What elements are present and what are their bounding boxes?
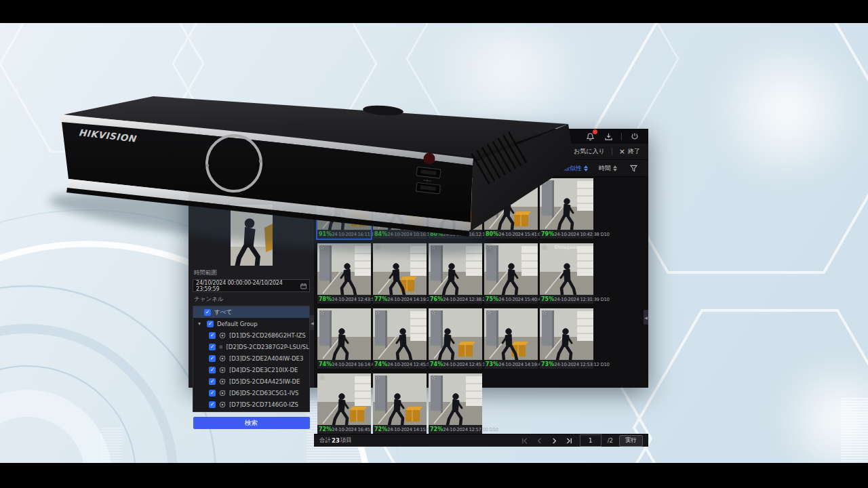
previous-page-button[interactable] <box>535 436 544 445</box>
checkbox-checked[interactable]: ✓ <box>209 401 216 408</box>
sort-by-similarity[interactable]: 類似性 <box>564 164 588 173</box>
result-thumbnail[interactable]: ☆ 74% 24-10-2024 12:45:13 D10 <box>429 308 482 369</box>
checkbox-checked[interactable]: ✓ <box>209 355 216 362</box>
first-page-button[interactable] <box>520 436 529 445</box>
favorite-star-icon[interactable]: ☆ <box>319 374 325 381</box>
alarm-notification-icon[interactable] <box>585 131 595 142</box>
favorite-star-icon[interactable]: ☆ <box>431 374 436 381</box>
favorite-button[interactable]: ☆ お気に入り <box>564 147 605 156</box>
thumbnail-caption: 74% 24-10-2024 12:45:59 D10 <box>373 360 427 369</box>
channel-item[interactable]: ✓ [D3]DS-2DE2A404IW-DE3 <box>193 352 309 364</box>
channel-item[interactable]: ✓ [D2]DS-2CD2387G2P-LSU/SL <box>193 341 309 352</box>
checkbox-checked[interactable]: ✓ <box>209 367 216 373</box>
result-thumbnail[interactable]: ☆ 80% 24-10-2024 15:41:09 D10 <box>484 178 538 239</box>
camera-icon <box>219 390 226 396</box>
result-thumbnail[interactable]: ☆ 78% 24-10-2024 12:43:54 D10 <box>317 243 371 304</box>
exit-label: 終了 <box>628 147 640 156</box>
favorite-star-icon[interactable]: ☆ <box>319 244 325 251</box>
snapshot-image: ☆ <box>484 243 538 295</box>
favorite-star-icon[interactable]: ☆ <box>375 179 380 186</box>
query-sample-image <box>231 205 273 266</box>
snapshot-image: Shinagawa ☆ <box>540 243 593 295</box>
default-group-row[interactable]: ▾ ✓ Default Group <box>193 318 309 329</box>
favorite-star-icon[interactable]: ☆ <box>375 374 380 381</box>
checkbox-checked[interactable]: ✓ <box>209 378 216 385</box>
favorite-star-icon[interactable]: ☆ <box>431 309 436 316</box>
svg-text:Shinagawa: Shinagawa <box>554 245 578 250</box>
result-thumbnail[interactable]: ☆ 73% 24-10-2024 12:53:12 D10 <box>540 308 593 369</box>
favorite-star-icon[interactable]: ☆ <box>486 309 492 316</box>
thumbnail-caption: 72% 24-10-2024 16:45:31 D10 <box>317 425 371 434</box>
panel-collapse-handle[interactable]: ◀ <box>644 310 648 325</box>
result-thumbnail[interactable]: ☆ 72% 24-10-2024 16:45:31 D10 <box>317 373 371 434</box>
result-thumbnail[interactable]: ☆ 91% 24-10-2024 16:11:13 D10 <box>317 178 371 239</box>
next-page-button[interactable] <box>550 436 559 445</box>
letterbox-top <box>0 0 868 23</box>
snapshot-time: 24-10-2024 12:57:00 D10 <box>443 427 498 432</box>
favorite-star-icon[interactable]: ☆ <box>431 244 436 251</box>
result-thumbnail[interactable]: ☆ 79% 24-10-2024 10:42:38 D10 <box>540 178 593 239</box>
last-page-button[interactable] <box>565 436 574 445</box>
time-range-input[interactable]: 24/10/2024 00:00:00-24/10/2024 23:59:59 <box>193 279 310 292</box>
favorite-star-icon[interactable]: ☆ <box>542 179 547 186</box>
checkbox-checked[interactable]: ✓ <box>209 332 216 339</box>
snapshot-image: ☆ <box>317 373 371 425</box>
favorite-star-icon[interactable]: ☆ <box>542 244 547 251</box>
result-thumbnail[interactable]: ☆ 74% 24-10-2024 12:45:59 D10 <box>373 308 427 369</box>
result-thumbnail[interactable]: Shinagawa ☆ 75% 24-10-2024 12:31:39 D10 <box>540 243 593 304</box>
checkbox-checked[interactable]: ✓ <box>207 321 214 327</box>
result-thumbnail[interactable]: ☆ 84% 24-10-2024 10:16:19 D10 <box>373 178 427 239</box>
favorite-label: お気に入り <box>574 147 605 156</box>
go-to-page-button[interactable]: 実行 <box>619 435 643 447</box>
channel-item[interactable]: ✓ [D4]DS-2DE3C210IX-DE <box>193 364 309 375</box>
filter-funnel-icon[interactable] <box>628 163 639 174</box>
channel-item[interactable]: ✓ [D6]DS-2CD63C5G1-IVS <box>193 387 309 399</box>
result-thumbnail[interactable]: ☆ 75% 24-10-2024 15:40:47 D10 <box>484 243 538 304</box>
similarity-threshold-input[interactable] <box>521 162 553 175</box>
channel-tree: ✓ すべて ▾ ✓ Default Group ✓ [D1]DS-2CD2686… <box>193 306 310 412</box>
channel-item[interactable]: ✓ [D7]DS-2CD7146G0-IZS <box>193 399 309 410</box>
result-thumbnail[interactable]: ☆ 80% 24-10-2024 16:12:12 D10 <box>429 178 482 239</box>
snapshot-image: ☆ <box>373 243 427 295</box>
camera-icon <box>219 367 226 373</box>
favorite-star-icon[interactable]: ☆ <box>431 179 436 186</box>
result-thumbnail[interactable]: ☆ 77% 24-10-2024 14:19:29 D10 <box>373 243 427 304</box>
channel-name: [D5]DS-2CD4A425IW-DE <box>229 378 300 385</box>
page-number-input[interactable] <box>580 434 601 447</box>
time-range-value: 24/10/2024 00:00:00-24/10/2024 23:59:59 <box>196 280 300 292</box>
favorite-star-icon[interactable]: ☆ <box>375 309 380 316</box>
channel-name: [D2]DS-2CD2387G2P-LSU/SL <box>226 344 309 350</box>
match-score: 80% <box>486 231 498 237</box>
result-thumbnail[interactable]: ☆ 72% 24-10-2024 12:57:00 D10 <box>429 373 482 434</box>
snapshot-image: ☆ <box>484 178 538 230</box>
favorite-star-icon[interactable]: ☆ <box>319 179 325 186</box>
export-download-icon[interactable] <box>603 131 614 142</box>
checkbox-checked[interactable]: ✓ <box>209 390 216 396</box>
camera-icon <box>219 401 226 408</box>
checkbox-checked[interactable]: ✓ <box>209 344 216 350</box>
power-icon[interactable] <box>629 131 640 142</box>
result-thumbnail[interactable]: ☆ 73% 24-10-2024 14:19:49 D10 <box>484 308 538 369</box>
checkbox-checked[interactable]: ✓ <box>204 309 211 316</box>
result-thumbnail[interactable]: ☆ 76% 24-10-2024 12:38:27 D10 <box>429 243 482 304</box>
channel-name: [D1]DS-2CD2686G2HT-IZS <box>229 332 306 339</box>
thumbnail-caption: 80% 24-10-2024 16:12:12 D10 <box>429 230 482 239</box>
sort-by-time[interactable]: 時間 <box>599 164 617 173</box>
exit-button[interactable]: × 終了 <box>619 147 640 156</box>
channel-item[interactable]: ✓ [D5]DS-2CD4A425IW-DE <box>193 375 309 387</box>
favorite-star-icon[interactable]: ☆ <box>319 309 325 316</box>
favorite-star-icon[interactable]: ☆ <box>486 244 492 251</box>
favorite-star-icon[interactable]: ☆ <box>375 244 380 251</box>
search-button[interactable]: 検索 <box>193 417 310 429</box>
chevron-down-icon[interactable]: ▾ <box>198 321 203 327</box>
sort-arrows-icon <box>584 165 588 171</box>
favorite-star-icon[interactable]: ☆ <box>542 309 547 316</box>
favorite-star-icon[interactable]: ☆ <box>486 179 492 186</box>
match-score: 84% <box>374 231 387 237</box>
channel-item[interactable]: ✓ [D1]DS-2CD2686G2HT-IZS <box>193 329 309 341</box>
match-score: 73% <box>541 361 554 367</box>
result-thumbnail[interactable]: ☆ 74% 24-10-2024 16:14:44 D10 <box>317 308 371 369</box>
result-thumbnail[interactable]: ☆ 72% 24-10-2024 14:15:52 D10 <box>373 373 427 434</box>
select-all-row[interactable]: ✓ すべて <box>193 306 309 318</box>
match-score: 75% <box>486 296 498 302</box>
